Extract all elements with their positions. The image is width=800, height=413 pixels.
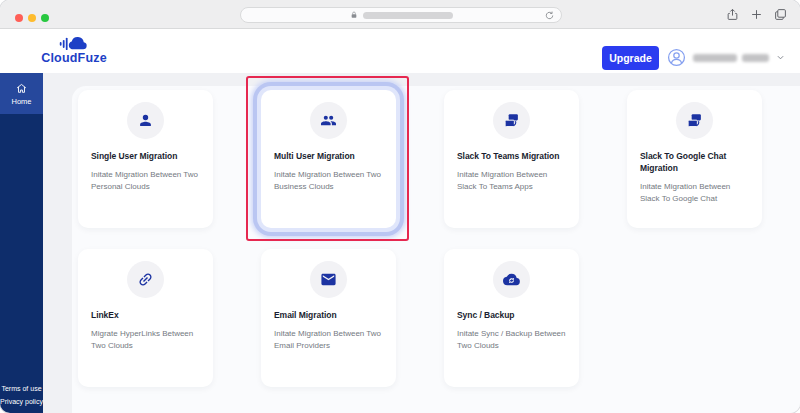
sidebar-item-label: Home <box>11 98 31 106</box>
card-title: Single User Migration <box>91 150 200 162</box>
reload-icon[interactable] <box>544 10 555 21</box>
card-description: Initate Migration Between Two Personal C… <box>91 169 200 193</box>
card-description: Initate Migration Between Two Business C… <box>274 169 383 193</box>
browser-toolbar <box>726 8 787 21</box>
upgrade-button[interactable]: Upgrade <box>602 46 659 70</box>
card-sync-backup[interactable]: Sync / BackupInitate Sync / Backup Betwe… <box>444 249 579 387</box>
card-title: Slack To Teams Migration <box>457 150 566 162</box>
user-avatar-icon <box>667 48 686 67</box>
cloudfuze-logo-icon <box>52 35 96 51</box>
card-title: Email Migration <box>274 309 383 321</box>
cards-grid: Single User MigrationInitate Migration B… <box>78 90 762 387</box>
lock-icon <box>350 11 358 19</box>
email-icon <box>320 271 337 288</box>
card-icon-circle <box>310 261 347 298</box>
card-icon-circle <box>493 102 530 139</box>
card-icon-circle <box>676 102 713 139</box>
slack-teams-icon <box>503 112 520 129</box>
card-description: Initate Sync / Backup Between Two Clouds <box>457 328 566 352</box>
card-title: Sync / Backup <box>457 309 566 321</box>
card-title: Multi User Migration <box>274 150 383 162</box>
main-background: Single User MigrationInitate Migration B… <box>43 73 800 413</box>
card-title: Slack To Google Chat Migration <box>640 150 749 174</box>
card-slack-to-google-chat-migration[interactable]: Slack To Google Chat MigrationInitate Mi… <box>627 90 762 228</box>
card-linkex[interactable]: LinkExMigrate HyperLinks Between Two Clo… <box>78 249 213 387</box>
card-description: Initate Migration Between Two Email Prov… <box>274 328 383 352</box>
brand-name: CloudFuze <box>38 51 110 65</box>
card-description: Initate Migration Between Slack To Googl… <box>640 181 749 205</box>
single-user-icon <box>137 112 154 129</box>
card-icon-circle <box>493 261 530 298</box>
redacted-url <box>363 12 453 19</box>
card-slack-to-teams-migration[interactable]: Slack To Teams MigrationInitate Migratio… <box>444 90 579 228</box>
card-title: LinkEx <box>91 309 200 321</box>
tabs-icon[interactable] <box>774 8 787 21</box>
user-menu[interactable] <box>667 48 785 67</box>
redacted-username <box>693 54 769 62</box>
link-icon <box>137 271 154 288</box>
slack-gchat-icon <box>686 112 703 129</box>
browser-window: CloudFuze Upgrade Home Terms of use Priv… <box>0 0 800 413</box>
sidebar-item-home[interactable]: Home <box>0 73 43 114</box>
cloud-sync-icon <box>503 271 520 288</box>
zoom-button[interactable] <box>41 14 49 22</box>
address-bar[interactable] <box>240 7 562 23</box>
privacy-policy-link[interactable]: Privacy policy <box>0 395 43 408</box>
close-button[interactable] <box>15 14 23 22</box>
plus-icon[interactable] <box>750 8 763 21</box>
sidebar-footer: Terms of use Privacy policy <box>0 382 43 408</box>
browser-chrome <box>0 0 800 29</box>
card-single-user-migration[interactable]: Single User MigrationInitate Migration B… <box>78 90 213 228</box>
cloudfuze-logo[interactable]: CloudFuze <box>38 35 110 65</box>
card-icon-circle <box>127 261 164 298</box>
card-multi-user-migration[interactable]: Multi User MigrationInitate Migration Be… <box>261 90 396 228</box>
sidebar: Home Terms of use Privacy policy <box>0 73 43 413</box>
card-email-migration[interactable]: Email MigrationInitate Migration Between… <box>261 249 396 387</box>
chevron-down-icon <box>776 53 785 62</box>
home-icon <box>15 82 28 95</box>
card-description: Migrate HyperLinks Between Two Clouds <box>91 328 200 352</box>
card-icon-circle <box>310 102 347 139</box>
multi-user-icon <box>320 112 337 129</box>
share-icon[interactable] <box>726 8 739 21</box>
minimize-button[interactable] <box>28 14 36 22</box>
app-header: CloudFuze Upgrade <box>0 29 800 73</box>
card-icon-circle <box>127 102 164 139</box>
content-panel: Single User MigrationInitate Migration B… <box>72 86 800 413</box>
terms-of-use-link[interactable]: Terms of use <box>0 382 43 395</box>
card-description: Initate Migration Between Slack To Teams… <box>457 169 566 193</box>
